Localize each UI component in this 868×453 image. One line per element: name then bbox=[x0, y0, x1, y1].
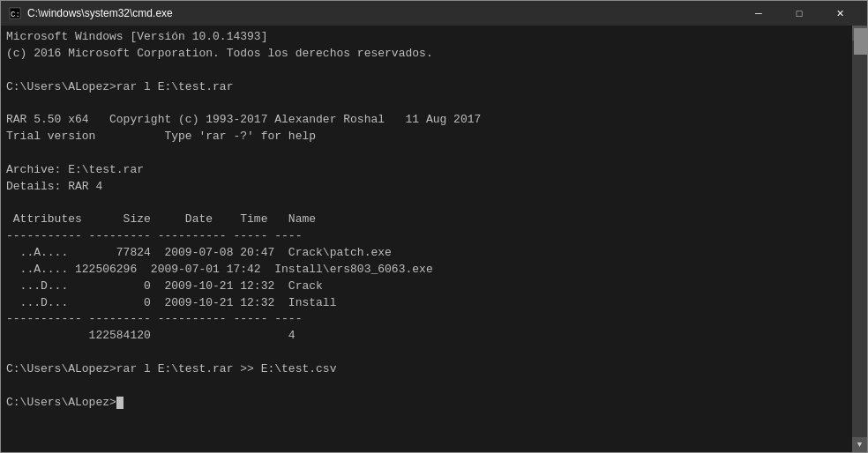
terminal-line bbox=[6, 145, 846, 162]
terminal-line bbox=[6, 95, 846, 112]
minimize-button[interactable]: ─ bbox=[738, 1, 779, 26]
cursor bbox=[116, 397, 123, 409]
terminal-content: Microsoft Windows [Versión 10.0.14393](c… bbox=[6, 29, 862, 411]
terminal-line: Details: RAR 4 bbox=[6, 179, 846, 196]
terminal-line: Attributes Size Date Time Name bbox=[6, 212, 846, 228]
terminal-body[interactable]: Microsoft Windows [Versión 10.0.14393](c… bbox=[1, 26, 867, 452]
terminal-line bbox=[6, 345, 846, 361]
terminal-line: ..A.... 77824 2009-07-08 20:47 Crack\pat… bbox=[6, 245, 846, 262]
scroll-down-arrow[interactable]: ▼ bbox=[852, 437, 867, 452]
terminal-line bbox=[6, 378, 846, 395]
terminal-line bbox=[6, 63, 846, 79]
terminal-line: ----------- --------- ---------- ----- -… bbox=[6, 311, 846, 328]
terminal-line bbox=[6, 195, 846, 212]
scroll-thumb[interactable] bbox=[854, 28, 867, 55]
terminal-line: RAR 5.50 x64 Copyright (c) 1993-2017 Ale… bbox=[6, 112, 846, 129]
terminal-line: C:\Users\ALopez>rar l E:\test.rar bbox=[6, 79, 846, 96]
app-icon: C: bbox=[8, 6, 22, 20]
cmd-window: C: C:\windows\system32\cmd.exe ─ □ ✕ Mic… bbox=[0, 0, 868, 453]
terminal-line: Archive: E:\test.rar bbox=[6, 162, 846, 179]
window-title: C:\windows\system32\cmd.exe bbox=[27, 7, 738, 19]
terminal-line: ...D... 0 2009-10-21 12:32 Install bbox=[6, 295, 846, 312]
terminal-line: Microsoft Windows [Versión 10.0.14393] bbox=[6, 29, 846, 46]
svg-text:C:: C: bbox=[11, 11, 20, 19]
scrollbar[interactable]: ▲ ▼ bbox=[852, 26, 867, 452]
terminal-line: (c) 2016 Microsoft Corporation. Todos lo… bbox=[6, 46, 846, 63]
terminal-line: ...D... 0 2009-10-21 12:32 Crack bbox=[6, 278, 846, 295]
terminal-line: C:\Users\ALopez> bbox=[6, 395, 846, 412]
close-button[interactable]: ✕ bbox=[819, 1, 860, 26]
terminal-line: ..A.... 122506296 2009-07-01 17:42 Insta… bbox=[6, 262, 846, 278]
terminal-line: C:\Users\ALopez>rar l E:\test.rar >> E:\… bbox=[6, 361, 846, 378]
maximize-button[interactable]: □ bbox=[779, 1, 819, 26]
terminal-line: Trial version Type 'rar -?' for help bbox=[6, 129, 846, 145]
titlebar: C: C:\windows\system32\cmd.exe ─ □ ✕ bbox=[1, 1, 867, 26]
window-controls: ─ □ ✕ bbox=[738, 1, 860, 26]
terminal-line: ----------- --------- ---------- ----- -… bbox=[6, 228, 846, 245]
terminal-line: 122584120 4 bbox=[6, 328, 846, 345]
